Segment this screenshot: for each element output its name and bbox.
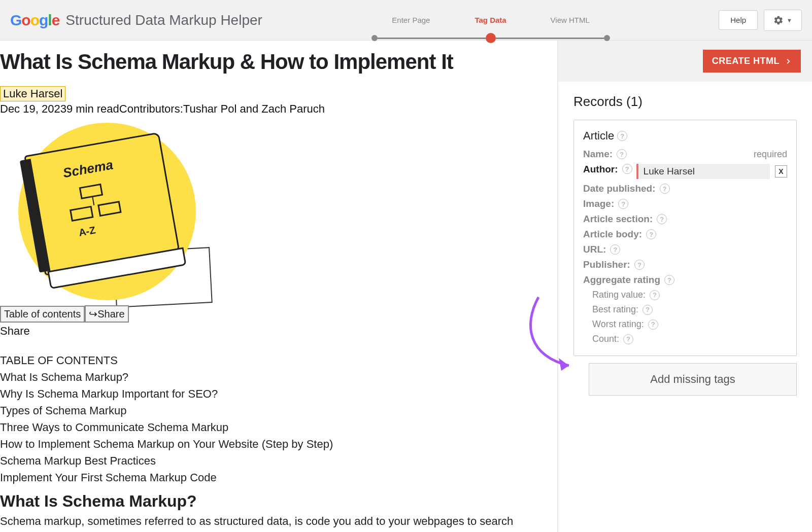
share-text: Share [0,325,546,338]
help-icon[interactable]: ? [617,131,627,141]
step-dot-icon [604,35,610,41]
field-publisher-label: Publisher: [583,259,630,270]
toc-item[interactable]: What Is Schema Markup? [0,369,546,385]
app-title: Structured Data Markup Helper [65,12,262,28]
content-preview: What Is Schema Markup & How to Implement… [0,41,558,532]
field-aggregate-label: Aggregate rating [583,274,660,286]
chevron-right-icon [785,58,792,65]
field-image-label: Image: [583,198,614,209]
help-icon[interactable]: ? [646,229,656,239]
step-line [378,38,486,39]
add-missing-tags-button[interactable]: Add missing tags [589,363,797,396]
records-heading: Records (1) [573,94,797,110]
field-section-label: Article section: [583,214,653,225]
meta-line: Dec 19, 20239 min readContributors:Tusha… [0,102,546,116]
record-type-label: Article [583,129,614,143]
toc-heading: TABLE OF CONTENTS [0,352,546,369]
body-paragraph: Schema markup, sometimes referred to as … [0,513,546,532]
author-highlight[interactable]: Luke Harsel [0,86,65,101]
remove-author-button[interactable]: X [775,165,787,178]
help-icon[interactable]: ? [610,244,620,255]
help-icon[interactable]: ? [634,260,645,270]
help-icon[interactable]: ? [642,305,653,315]
help-button[interactable]: Help [719,10,758,30]
step-enter-page[interactable]: Enter Page [371,16,451,24]
toc-button[interactable]: Table of contents [0,306,85,323]
toc-item[interactable]: Implement Your First Schema Markup Code [0,469,546,486]
share-arrow-icon: ↪ [89,308,97,320]
create-html-button[interactable]: CREATE HTML [703,50,801,73]
field-url-label: URL: [583,244,606,255]
record-card: Article ? Name: ? required Author: ? Luk… [573,120,797,356]
field-worst-rating-label: Worst rating: [592,319,644,330]
contrib-label: Contributors: [119,102,183,115]
step-dot-active-icon [486,33,496,43]
field-best-rating-label: Best rating: [592,304,638,315]
settings-button[interactable]: ▼ [764,10,802,31]
toc-item[interactable]: Types of Schema Markup [0,402,546,419]
hero-illustration: Schema A-Z [18,123,196,300]
date-text: Dec 19, 2023 [0,102,66,115]
section-heading: What Is Schema Markup? [0,492,546,511]
google-logo: Google [10,12,59,29]
help-icon[interactable]: ? [618,199,628,209]
toc-item[interactable]: Why Is Schema Markup Important for SEO? [0,385,546,402]
logo-block: Google Structured Data Markup Helper [10,12,262,29]
help-icon[interactable]: ? [622,164,632,174]
toc-item[interactable]: Three Ways to Communicate Schema Markup [0,419,546,436]
help-icon[interactable]: ? [664,275,674,285]
contrib-names: Tushar Pol and Zach Paruch [183,102,325,115]
required-text: required [754,149,787,160]
read-time: 9 min read [66,102,119,115]
step-tag-data[interactable]: Tag Data [451,16,530,24]
gear-icon [773,15,784,25]
field-count-label: Count: [592,334,619,344]
author-value-chip[interactable]: Luke Harsel [636,164,770,179]
help-icon[interactable]: ? [648,320,658,330]
caret-down-icon: ▼ [787,17,792,23]
field-body-label: Article body: [583,229,642,240]
field-name-label: Name: [583,149,613,160]
data-panel: CREATE HTML Records (1) Article ? Name: … [558,41,812,532]
step-dot-icon [371,35,378,41]
header-actions: Help ▼ [719,10,802,31]
step-view-html[interactable]: View HTML [530,16,610,24]
field-author-label: Author: [583,164,618,179]
field-date-label: Date published: [583,183,656,194]
field-rating-value-label: Rating value: [592,290,646,300]
help-icon[interactable]: ? [617,149,627,159]
toc-item[interactable]: How to Implement Schema Markup on Your W… [0,436,546,452]
help-icon[interactable]: ? [623,334,633,344]
step-line [496,38,604,39]
help-icon[interactable]: ? [650,290,660,300]
stepper: Enter Page Tag Data View HTML [277,16,704,24]
help-icon[interactable]: ? [657,214,667,224]
app-header: Google Structured Data Markup Helper Ent… [0,0,812,41]
help-icon[interactable]: ? [660,184,670,194]
toc-item[interactable]: Schema Markup Best Practices [0,452,546,469]
share-button[interactable]: ↪Share [85,305,128,323]
svg-marker-0 [559,358,569,371]
page-title: What Is Schema Markup & How to Implement… [0,50,546,74]
